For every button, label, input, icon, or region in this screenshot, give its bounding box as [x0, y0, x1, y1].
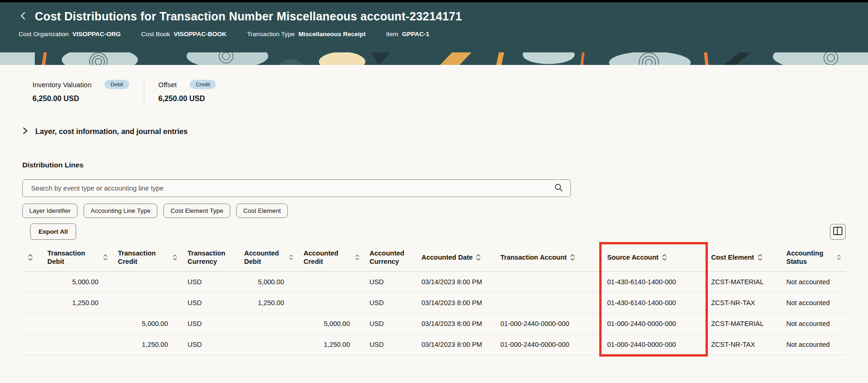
table-header: Transaction DebitTransaction CreditTrans… [22, 243, 846, 272]
column-header-accounting-status[interactable]: Accounting Status [781, 243, 846, 272]
table-cell [112, 293, 182, 313]
table-cell [495, 272, 602, 293]
table-cell [42, 334, 112, 355]
table-cell [239, 313, 298, 334]
column-header-accounted-credit[interactable]: Accounted Credit [298, 243, 364, 272]
sort-icon [570, 254, 575, 261]
context-cost-organization: Cost Organization VISOPPAC-ORG [19, 31, 121, 38]
sort-icon [662, 254, 667, 261]
table-cell: 01-430-6140-1400-000 [602, 293, 706, 313]
column-header-transaction-currency: Transaction Currency [182, 243, 239, 272]
search-icon [554, 183, 563, 193]
column-header-transaction-account[interactable]: Transaction Account [495, 243, 602, 272]
decorative-banner [0, 52, 868, 65]
table-cell [112, 272, 182, 293]
table-cell [495, 293, 602, 313]
table-cell: 1,250.00 [112, 334, 182, 355]
column-header-transaction-debit[interactable]: Transaction Debit [42, 243, 112, 272]
column-header-accounted-debit[interactable]: Accounted Debit [239, 243, 298, 272]
summary-divider [144, 78, 144, 105]
debit-badge: Debit [104, 80, 129, 89]
table-row[interactable]: 5,000.00USD5,000.00USD03/14/2023 8:00 PM… [22, 272, 846, 293]
offset-card: Offset Credit 6,250.00 USD [158, 78, 256, 105]
context-cost-book: Cost Book VISOPPAC-BOOK [141, 31, 227, 38]
column-label: Accounted Currency [369, 249, 411, 266]
table-cell [22, 334, 42, 355]
column-label: Accounted Date [421, 253, 473, 262]
search-button[interactable] [553, 182, 564, 194]
table-cell: 01-000-2440-0000-000 [602, 313, 706, 334]
export-all-button[interactable]: Export All [30, 223, 76, 240]
table-row[interactable]: 1,250.00USD1,250.00USD03/14/2023 8:00 PM… [22, 293, 846, 313]
table-cell: ZCST-NR-TAX [706, 334, 781, 355]
card-amount: 6,250.00 USD [158, 95, 256, 103]
search-box [22, 179, 571, 197]
sort-icon [758, 254, 763, 261]
table-cell: 5,000.00 [298, 313, 364, 334]
distribution-lines-table: Transaction DebitTransaction CreditTrans… [22, 243, 846, 355]
column-header-accounted-date[interactable]: Accounted Date [416, 243, 495, 272]
context-transaction-type: Transaction Type Miscellaneous Receipt [247, 31, 366, 38]
card-label: Inventory Valuation [32, 81, 91, 89]
layer-cost-info-section-toggle[interactable]: Layer, cost information, and journal ent… [22, 127, 188, 136]
table-cell: 01-000-2440-0000-000 [602, 334, 706, 355]
column-header-transaction-credit[interactable]: Transaction Credit [112, 243, 182, 272]
column-label: Accounted Debit [244, 249, 286, 266]
column-header-cost-element[interactable]: Cost Element [706, 243, 781, 272]
filter-chip-cost-element-type[interactable]: Cost Element Type [163, 204, 230, 218]
table-cell: USD [182, 313, 239, 334]
filter-chips: Layer Identifier Accounting Line Type Co… [22, 204, 846, 218]
column-label: Transaction Currency [188, 249, 234, 266]
table-cell: 03/14/2023 8:00 PM [416, 272, 495, 293]
column-header-source-account[interactable]: Source Account [602, 243, 706, 272]
table-cell: USD [364, 334, 416, 355]
search-input[interactable] [30, 184, 553, 192]
table-cell: 1,250.00 [239, 293, 298, 313]
card-amount: 6,250.00 USD [32, 95, 130, 103]
table-cell: 5,000.00 [112, 313, 182, 334]
column-label: Transaction Credit [118, 249, 169, 266]
summary-row: Inventory Valuation Debit 6,250.00 USD O… [32, 78, 846, 105]
manage-columns-button[interactable] [830, 224, 846, 240]
table-row[interactable]: 5,000.00USD5,000.00USD03/14/2023 8:00 PM… [22, 313, 846, 334]
column-label: Source Account [607, 253, 659, 262]
table-cell: USD [364, 272, 416, 293]
sort-icon [173, 254, 177, 261]
table-cell: 01-430-6140-1400-000 [602, 272, 706, 293]
table-cell: Not accounted [781, 293, 846, 313]
distribution-lines-table-wrap: Transaction DebitTransaction CreditTrans… [22, 243, 846, 355]
column-header-row-sort[interactable] [22, 243, 42, 272]
table-cell: USD [364, 313, 416, 334]
table-cell [22, 272, 42, 293]
filter-chip-layer-identifier[interactable]: Layer Identifier [22, 204, 78, 218]
chevron-left-icon [19, 11, 26, 22]
sort-icon [476, 254, 481, 261]
column-label: Transaction Account [500, 253, 567, 262]
table-cell: USD [182, 272, 239, 293]
table-cell [298, 293, 364, 313]
table-cell: 01-000-2440-0000-000 [495, 334, 602, 355]
filter-chip-accounting-line-type[interactable]: Accounting Line Type [84, 204, 157, 218]
table-cell: ZCST-MATERIAL [706, 313, 781, 334]
column-label: Cost Element [711, 253, 754, 262]
table-cell [42, 313, 112, 334]
sort-icon [289, 254, 293, 261]
sort-icon [103, 254, 108, 261]
table-cell [22, 293, 42, 313]
header-context: Cost Organization VISOPPAC-ORG Cost Book… [19, 31, 849, 38]
filter-chip-cost-element[interactable]: Cost Element [236, 204, 288, 218]
table-row[interactable]: 1,250.00USD1,250.00USD03/14/2023 8:00 PM… [22, 334, 846, 355]
column-header-accounted-currency: Accounted Currency [364, 243, 416, 272]
back-button[interactable] [19, 10, 27, 23]
chevron-right-icon [22, 127, 28, 136]
table-cell [239, 334, 298, 355]
table-cell: USD [364, 293, 416, 313]
table-cell: Not accounted [781, 272, 846, 293]
table-cell: 5,000.00 [42, 272, 112, 293]
page-header: Cost Distributions for Transaction Numbe… [0, 2, 868, 52]
sort-icon [355, 254, 359, 261]
table-cell: 01-000-2440-0000-000 [495, 313, 602, 334]
sort-icon [837, 254, 841, 261]
context-item: Item GPPAC-1 [386, 31, 429, 38]
card-label: Offset [158, 81, 177, 89]
